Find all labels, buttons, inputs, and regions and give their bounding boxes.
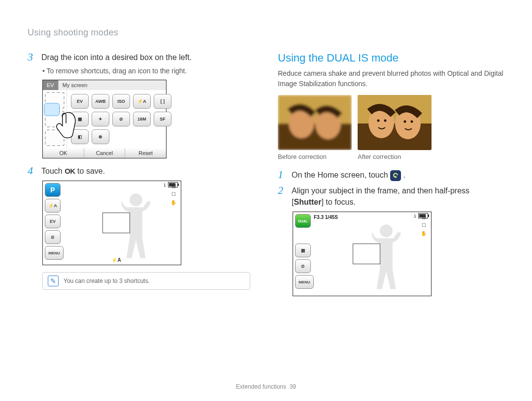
svg-point-1 xyxy=(130,193,142,206)
after-caption: After correction xyxy=(358,153,432,160)
shooting-preview: P ⚡A EV ⊘ MENU ⚡A ▥ xyxy=(42,181,181,265)
dual-is-preview: DUAL ▦ ⊘ MENU ▥ ☐ xyxy=(293,212,432,296)
shots-remaining: 1 xyxy=(414,214,416,218)
ois-icon: ✋ xyxy=(170,200,176,205)
icon-grid: EV AWB ISO ⚡A [ ] ▦ ✦ ⊘ 16M SF ◧ ⊛ xyxy=(67,90,175,148)
svg-point-14 xyxy=(380,224,393,237)
step-2-number: 2 xyxy=(278,185,287,196)
note-text: You can create up to 3 shortcuts. xyxy=(64,278,150,284)
after-photo xyxy=(358,95,432,150)
dual-is-mode-icon[interactable]: DUAL xyxy=(295,214,311,228)
focus-rectangle xyxy=(353,244,380,264)
svg-point-12 xyxy=(404,121,406,123)
step-2-line1: Align your subject in the frame, and the… xyxy=(292,186,469,195)
tab-my-screen: My screen xyxy=(59,80,166,90)
setting-icon[interactable]: ✦ xyxy=(92,112,109,126)
shortcut-slot[interactable] xyxy=(45,92,65,109)
step-4-text-post: to save. xyxy=(77,167,105,175)
exposure-readout: F3.3 1/45S xyxy=(314,215,338,220)
frame-icon: ☐ xyxy=(422,222,426,228)
step-4: 4 Touch OK to save. xyxy=(28,165,254,177)
shortcut-slots xyxy=(43,90,67,148)
step-1: 1 On the Home screen, touch . xyxy=(278,169,504,181)
setting-icon[interactable]: AWB xyxy=(92,94,109,109)
step-4-text-pre: Touch xyxy=(41,167,65,175)
step-2: 2 Align your subject in the frame, and t… xyxy=(278,185,504,208)
battery-icon xyxy=(168,182,178,187)
step-1-number: 1 xyxy=(278,169,287,180)
footer-section: Extended functions xyxy=(236,383,286,390)
setting-icon[interactable]: SF xyxy=(154,112,171,126)
step-3: 3 Drag the icon into a desired box on th… xyxy=(28,52,254,63)
step-3-number: 3 xyxy=(28,52,36,62)
frame-icon: ☐ xyxy=(171,191,176,197)
menu-button[interactable]: MENU xyxy=(45,246,64,260)
svg-point-13 xyxy=(411,121,413,123)
note-icon: ✎ xyxy=(48,276,59,286)
left-column: 3 Drag the icon into a desired box on th… xyxy=(28,52,254,303)
setting-icon[interactable]: ◧ xyxy=(71,129,89,144)
reset-button[interactable]: Reset xyxy=(125,148,166,158)
focus-rectangle xyxy=(102,213,130,233)
ois-icon: ✋ xyxy=(421,231,427,236)
section-intro: Reduce camera shake and prevent blurred … xyxy=(278,68,504,89)
tab-ev: EV xyxy=(43,80,59,90)
metering-icon[interactable]: ▦ xyxy=(295,244,311,257)
svg-point-11 xyxy=(384,120,387,122)
cancel-button[interactable]: Cancel xyxy=(84,148,126,158)
setting-icon[interactable]: ⊛ xyxy=(92,129,109,144)
shortcut-slot[interactable] xyxy=(45,111,65,127)
timer-off-icon[interactable]: ⊘ xyxy=(295,259,311,273)
step-3-substep: To remove shortcuts, drag an icon to the… xyxy=(42,67,254,75)
svg-point-10 xyxy=(377,120,380,122)
ok-button[interactable]: OK xyxy=(43,148,84,158)
setting-icon[interactable]: ISO xyxy=(112,94,130,109)
timer-off-icon[interactable]: ⊘ xyxy=(45,230,61,244)
step-2-bracket-close: ] to focus. xyxy=(321,198,355,206)
before-photo xyxy=(278,95,352,150)
flash-indicator: ⚡A xyxy=(111,257,121,263)
before-caption: Before correction xyxy=(278,153,352,160)
setting-icon[interactable]: ▦ xyxy=(71,112,89,126)
footer-page: 39 xyxy=(290,383,296,390)
setting-icon[interactable]: EV xyxy=(71,94,89,109)
setting-icon[interactable]: ⊘ xyxy=(112,112,130,126)
live-view: ⚡A xyxy=(66,181,166,265)
right-column: Using the DUAL IS mode Reduce camera sha… xyxy=(278,52,504,303)
battery-icon xyxy=(418,213,428,218)
step-3-text: Drag the icon into a desired box on the … xyxy=(41,52,192,63)
ok-glyph: OK xyxy=(65,167,75,175)
note-box: ✎ You can create up to 3 shortcuts. xyxy=(42,272,250,290)
section-title: Using the DUAL IS mode xyxy=(278,52,504,64)
setting-icon[interactable]: ⚡A xyxy=(133,94,151,109)
running-header: Using shooting modes xyxy=(28,28,504,38)
my-screen-editor: EV My screen EV AWB ISO ⚡A [ ] xyxy=(42,80,166,158)
step-4-number: 4 xyxy=(28,165,36,176)
shots-remaining: 1 xyxy=(164,183,166,187)
shortcut-slot[interactable] xyxy=(45,129,65,146)
step-1-text-pre: On the Home screen, touch xyxy=(292,171,390,179)
flash-auto-icon[interactable]: ⚡A xyxy=(45,199,61,213)
menu-button[interactable]: MENU xyxy=(295,275,314,289)
shutter-key: Shutter xyxy=(294,198,321,206)
mode-p-icon[interactable]: P xyxy=(45,183,61,197)
live-view xyxy=(317,212,416,296)
ev-icon[interactable]: EV xyxy=(45,215,61,228)
dual-is-icon xyxy=(390,170,401,181)
step-1-text-post: . xyxy=(403,171,405,179)
setting-icon[interactable]: [ ] xyxy=(154,94,171,109)
setting-icon[interactable]: 16M xyxy=(133,112,151,126)
